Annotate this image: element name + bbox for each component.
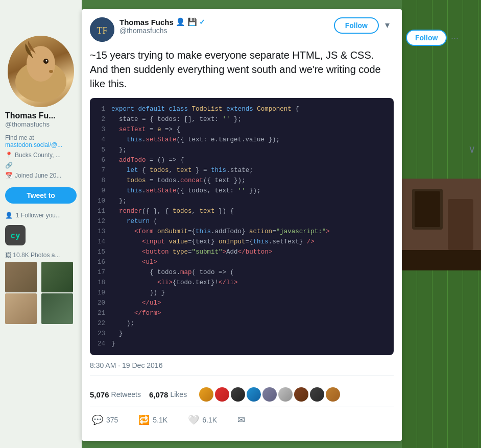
retweet-label[interactable]: Retweets [111,390,141,399]
code-line-2: 2 state = { todos: [], text: '' }; [96,114,388,125]
code-line-10: 10 }; [96,196,388,206]
tweet-author-name: Thomas Fuchs 👤 💾 ✓ [119,17,334,27]
like-action-count: 6.1K [202,416,217,424]
right-follow-row: Follow ··· [406,30,477,46]
svg-rect-9 [402,250,481,270]
svg-point-4 [49,70,53,73]
photo-grid [5,262,77,324]
right-panel: Follow ··· [402,26,481,54]
liker-avatar-6 [278,387,293,402]
liker-avatar-7 [294,387,308,402]
code-line-17: 17 { todos.map( todo => ( [96,267,388,278]
likers-avatar-row [199,387,340,402]
dm-icon: ✉ [237,414,245,426]
tweet-timestamp: 8:30 AM · 19 Dec 2016 [90,361,394,376]
follow-button[interactable]: Follow [334,17,379,34]
code-line-15: 15 <button type="submit">Add</button> [96,247,388,257]
code-line-12: 12 return ( [96,216,388,227]
author-emoji-person: 👤 [176,17,185,27]
svg-point-1 [27,46,55,82]
liker-avatar-8 [310,387,324,402]
sidebar-link-meta: 🔗 [5,162,77,169]
tweet-author-handle: @thomasfuchs [119,27,334,35]
code-line-14: 14 <input value={text} onInput={this.set… [96,237,388,247]
like-button[interactable]: 🤍 6.1K [186,412,219,428]
retweet-icon: 🔁 [138,414,150,426]
code-line-19: 19 )) } [96,288,388,298]
likes-label[interactable]: Likes [170,390,187,399]
code-line-23: 23 } [96,329,388,339]
photos-icon: 🖼 [5,252,11,259]
code-line-16: 16 <ul> [96,257,388,267]
svg-rect-8 [448,199,473,250]
sidebar-profile-name: Thomas Fu... [5,111,77,120]
liker-avatar-2 [215,387,229,402]
tweet-stats: 5,076 Retweets 6,078 Likes [90,382,394,407]
liker-avatar-3 [231,387,245,402]
photo-thumb-3[interactable] [5,293,37,324]
code-line-18: 18 <li>{todo.text}!</li> [96,278,388,288]
right-more-button[interactable]: ··· [449,31,461,45]
verified-badge: ✓ [199,18,205,26]
reply-button[interactable]: 💬 375 [90,412,120,428]
link-icon: 🔗 [5,162,13,169]
pin-icon: 📍 [5,152,13,159]
code-line-24: 24 } [96,339,388,349]
code-line-8: 8 todos = todos.concat({ text }); [96,176,388,186]
followers-section: 👤 1 Follower you... [5,212,77,219]
reply-count: 375 [106,416,118,424]
tweet-header: TF Thomas Fuchs 👤 💾 ✓ @thomasfuchs Follo… [90,17,394,42]
code-block: 1 export default class TodoList extends … [90,98,394,355]
code-line-4: 4 this.setState({ text: e.target.value }… [96,135,388,145]
photo-thumb-4[interactable] [41,293,73,324]
author-emoji-disk: 💾 [187,17,197,27]
tweet-to-button[interactable]: Tweet to [5,187,77,204]
tweet-card: TF Thomas Fuchs 👤 💾 ✓ @thomasfuchs Follo… [82,9,402,441]
code-line-5: 5 }; [96,145,388,155]
avatar [8,36,74,107]
heart-icon: 🤍 [188,414,199,426]
liker-avatar-9 [326,387,340,402]
code-line-22: 22 ); [96,318,388,329]
code-line-13: 13 <form onSubmit={this.addTodo} action=… [96,227,388,237]
code-line-1: 1 export default class TodoList extends … [96,104,388,114]
mastodon-link[interactable]: mastodon.social/@... [5,141,62,148]
liker-avatar-1 [199,387,213,402]
code-line-6: 6 addTodo = () => { [96,155,388,165]
code-line-11: 11 render({ }, { todos, text }) { [96,206,388,216]
tweet-text: ~15 years trying to make everyone separa… [90,48,394,91]
right-chevron[interactable]: ∨ [468,143,476,155]
dm-button[interactable]: ✉ [235,412,247,428]
calendar-icon: 📅 [5,172,13,179]
sidebar-joined: 📅 Joined June 20... [5,172,77,179]
sidebar-find-me: Find me at mastodon.social/@... [5,134,77,148]
photo-thumb-2[interactable] [41,262,73,292]
tweet-actions: 💬 375 🔁 5.1K 🤍 6.1K ✉ [90,407,394,433]
svg-rect-7 [415,191,440,227]
right-follow-button[interactable]: Follow [406,30,447,46]
code-line-9: 9 this.setState({ todos, text: '' }); [96,186,388,196]
code-line-3: 3 setText = e => { [96,125,388,135]
svg-text:TF: TF [97,26,107,36]
code-line-20: 20 </ul> [96,298,388,308]
retweet-action-count: 5.1K [153,416,167,424]
liker-avatar-5 [262,387,277,402]
retweet-button[interactable]: 🔁 5.1K [136,412,170,428]
more-options-button[interactable]: ▾ [381,17,394,33]
photo-thumb-1[interactable] [5,262,37,292]
liker-avatar-4 [247,387,261,402]
tweet-author-info: Thomas Fuchs 👤 💾 ✓ @thomasfuchs [119,17,334,35]
person-icon: 👤 [5,212,13,219]
reply-icon: 💬 [92,414,103,426]
sidebar-profile-handle: @thomasfuchs [5,120,77,128]
likes-count: 6,078 [149,390,169,399]
code-line-21: 21 </form> [96,308,388,318]
code-line-7: 7 let { todos, text } = this.state; [96,165,388,176]
retweet-count: 5,076 [90,390,109,399]
left-sidebar: Thomas Fu... @thomasfuchs Find me at mas… [0,0,82,448]
right-sidebar-image [402,179,481,270]
sidebar-location: 📍 Bucks County, ... [5,152,77,159]
cy-logo: cy [5,225,26,245]
tweet-author-avatar: TF [90,17,114,42]
svg-point-3 [46,60,47,62]
